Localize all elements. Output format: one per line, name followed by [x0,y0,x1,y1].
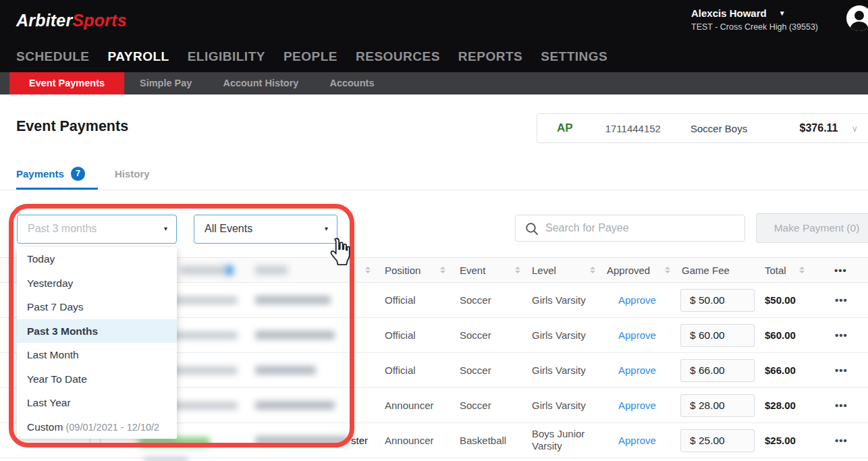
events-select[interactable]: All Events ▾ [194,215,337,244]
account-number: 1711444152 [605,123,661,134]
date-sort-active-icon[interactable] [225,265,234,275]
game-fee-input[interactable]: $ 28.00 [680,394,755,417]
nav-schedule[interactable]: SCHEDULE [16,49,90,64]
column-menu-icon[interactable]: ••• [834,258,847,283]
column-header-event: Event [460,258,485,283]
chevron-down-icon[interactable]: ∨ [851,124,858,134]
custom-range-detail: (09/01/2021 - 12/10/2 [63,422,159,433]
subnav-simple-pay[interactable]: Simple Pay [124,72,207,94]
column-header-level: Level [532,258,556,283]
dropdown-caret-icon: ▾ [325,215,328,242]
option-yesterday[interactable]: Yesterday [17,271,177,296]
date-range-dropdown: Today Yesterday Past 7 Days Past 3 Month… [17,247,177,439]
redacted-payee [255,296,331,304]
caret-down-icon: ▼ [779,9,786,17]
redacted-date-header [180,266,227,275]
account-type-badge: AP [557,121,573,135]
payee-search [515,215,745,242]
game-fee-input[interactable]: $ 66.00 [680,359,755,382]
top-bar: ArbiterSports Alexcis Howard▼ TEST - Cro… [0,0,868,72]
cell-total: $28.00 [765,388,796,423]
cell-event: Soccer [460,353,491,388]
game-fee-input[interactable]: $ 25.00 [680,429,755,452]
account-balance: $376.11 [800,122,838,134]
cell-event: Basketball [460,423,506,458]
game-fee-input[interactable]: $ 60.00 [680,324,755,347]
option-last-month[interactable]: Last Month [17,343,177,367]
row-menu-icon[interactable]: ••• [835,283,848,318]
account-summary-card[interactable]: AP 1711444152 Soccer Boys $376.11 ∨ [537,113,868,143]
sort-icon[interactable] [590,267,595,273]
sort-icon[interactable] [665,267,670,273]
logo-part-sports: Sports [72,11,126,30]
option-year-to-date[interactable]: Year To Date [17,367,177,391]
nav-resources[interactable]: RESOURCES [356,49,440,64]
cell-level: Girls Varsity [532,294,594,306]
cell-level: Girls Varsity [532,329,594,342]
row-menu-icon[interactable]: ••• [835,423,848,458]
option-last-year[interactable]: Last Year [17,391,177,415]
redacted-date [138,437,210,447]
subnav-account-history[interactable]: Account History [207,72,314,94]
search-input[interactable] [545,215,738,241]
approve-link[interactable]: Approve [618,423,656,458]
redacted-payee-header [255,266,288,275]
cell-level: Girls Varsity [532,399,594,412]
cell-event: Soccer [460,283,491,318]
events-value: All Events [205,223,252,234]
payroll-subnav: Event Payments Simple Pay Account Histor… [0,72,868,94]
approve-link[interactable]: Approve [618,283,656,318]
cell-total: $50.00 [765,283,796,318]
subnav-accounts[interactable]: Accounts [314,72,389,94]
tab-payments[interactable]: Payments [16,168,64,180]
make-payment-button[interactable]: Make Payment (0) [756,213,868,243]
nav-payroll[interactable]: PAYROLL [108,49,169,64]
nav-people[interactable]: PEOPLE [283,49,337,64]
user-avatar-icon[interactable] [846,5,868,31]
option-past-7-days[interactable]: Past 7 Days [17,295,177,319]
redacted-payee [255,331,335,340]
cell-event: Soccer [460,318,491,353]
row-menu-icon[interactable]: ••• [835,388,848,423]
payee-name-suffix: ster [351,423,368,458]
cell-position: Official [385,353,416,388]
cell-event: Soccer [460,388,491,423]
user-menu[interactable]: Alexcis Howard▼ TEST - Cross Creek High … [691,7,818,32]
approve-link[interactable]: Approve [618,318,656,353]
approve-link[interactable]: Approve [618,388,656,423]
sort-icon[interactable] [440,267,445,273]
search-icon [525,222,539,236]
nav-eligibility[interactable]: ELIGIBILITY [188,49,265,64]
redacted-payee [255,366,316,375]
redacted-payee [255,436,350,445]
date-range-select[interactable]: Past 3 months ▾ [17,215,177,244]
nav-reports[interactable]: REPORTS [458,49,522,64]
cell-position: Official [385,318,416,353]
arbitersports-logo[interactable]: ArbiterSports [16,11,127,30]
tabs-divider [0,190,868,190]
logo-part-arbiter: Arbiter [16,11,72,30]
event-payments-page: ArbiterSports Alexcis Howard▼ TEST - Cro… [0,0,868,461]
nav-settings[interactable]: SETTINGS [541,49,607,64]
sort-icon[interactable] [799,267,805,273]
cell-total: $60.00 [765,318,796,353]
game-fee-input[interactable]: $ 50.00 [680,289,755,312]
option-today[interactable]: Today [17,247,177,271]
option-custom[interactable]: Custom (09/01/2021 - 12/10/2 [17,415,177,439]
column-header-game-fee: Game Fee [682,258,730,283]
option-past-3-months[interactable]: Past 3 Months [17,319,177,344]
dropdown-caret-icon: ▾ [164,215,167,242]
approve-link[interactable]: Approve [618,353,656,388]
tab-history[interactable]: History [115,168,150,180]
cell-total: $66.00 [765,353,796,388]
cell-position: Official [385,283,416,318]
row-menu-icon[interactable]: ••• [835,353,848,388]
payments-history-tabs: Payments 7 History [16,167,150,181]
cell-level: Girls Varsity [532,364,594,377]
payments-count-badge: 7 [71,167,85,181]
subnav-event-payments[interactable]: Event Payments [9,72,124,94]
sort-icon[interactable] [515,267,520,273]
row-menu-icon[interactable]: ••• [835,318,848,353]
column-header-approved: Approved [607,258,650,283]
sort-icon[interactable] [365,267,371,273]
